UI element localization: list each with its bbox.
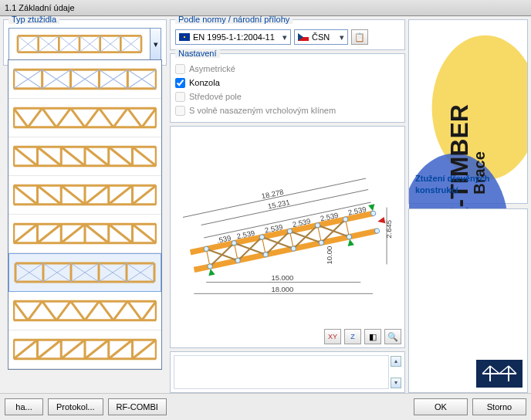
svg-line-64: [61, 147, 85, 166]
check-label: Konzola: [189, 78, 220, 87]
standard-value: EN 1995-1-1:2004-11: [193, 32, 275, 42]
clipboard-icon: 📋: [354, 32, 365, 42]
right-column: RX-TIMBER Brace Ztužení dřevěných konstr…: [408, 19, 528, 393]
brand-icon-panel: [408, 208, 528, 393]
svg-line-82: [133, 185, 157, 205]
brand-caption: Ztužení dřevěných konstrukcí: [412, 171, 530, 200]
scroll-up-icon[interactable]: ▴: [391, 356, 401, 367]
checkbox: [175, 64, 185, 74]
svg-line-128: [14, 301, 28, 320]
protokol-button[interactable]: Protokol...: [48, 398, 103, 415]
norm-row: EN 1995-1-1:2004-11 ▾ ČSN ▾ 📋: [175, 29, 400, 45]
svg-line-121: [42, 301, 56, 320]
svg-line-125: [99, 301, 113, 320]
check-konzola[interactable]: Konzola: [175, 76, 400, 90]
svg-line-190: [183, 178, 366, 217]
svg-line-50: [113, 108, 127, 127]
svg-line-94: [61, 224, 85, 243]
main-area: Typ ztužidla: [0, 16, 531, 393]
svg-line-80: [85, 185, 109, 205]
norm-group: Podle normy / národní přílohy EN 1995-1-…: [170, 19, 405, 50]
svg-line-63: [38, 147, 62, 166]
svg-line-62: [14, 147, 38, 166]
norm-settings-button[interactable]: 📋: [351, 29, 368, 45]
truss-type-dropdown[interactable]: ▾: [8, 28, 161, 60]
svg-line-120: [28, 301, 42, 320]
ha-button[interactable]: ha...: [5, 398, 43, 415]
svg-text:15.000: 15.000: [271, 273, 293, 282]
svg-line-122: [56, 301, 70, 320]
svg-line-78: [38, 185, 62, 205]
truss-option[interactable]: [8, 292, 161, 330]
check-label: S volně nasazeným vrcholovým klínem: [189, 106, 336, 115]
svg-text:18.000: 18.000: [271, 285, 293, 293]
annex-select[interactable]: ČSN ▾: [294, 29, 348, 45]
svg-line-45: [42, 108, 56, 127]
truss-option[interactable]: [8, 330, 161, 369]
zoom-button[interactable]: 🔍: [384, 329, 401, 344]
svg-text:10.00: 10.00: [325, 246, 333, 265]
svg-line-44: [28, 108, 42, 127]
svg-line-93: [38, 224, 62, 243]
settings-group-label: Nastavení: [175, 49, 220, 58]
truss-option[interactable]: [8, 137, 161, 176]
middle-column: Podle normy / národní přílohy EN 1995-1-…: [170, 19, 405, 393]
storno-button[interactable]: Storno: [472, 398, 526, 415]
truss-option[interactable]: [8, 253, 161, 292]
check-asymetricke: Asymetrické: [175, 62, 400, 76]
comment-textarea[interactable]: [174, 355, 389, 389]
diagram-toolbar: XY Z ◧ 🔍: [174, 329, 401, 344]
truss-option[interactable]: [8, 60, 161, 99]
footer: ha... Protokol... RF-COMBI OK Storno: [0, 393, 531, 420]
iso-icon: ◧: [369, 332, 377, 342]
dropdown-arrow-icon[interactable]: ▾: [150, 29, 161, 59]
svg-line-43: [14, 108, 28, 127]
svg-line-46: [56, 108, 70, 127]
svg-line-144: [133, 340, 157, 359]
checkbox: [175, 92, 185, 102]
zoom-icon: 🔍: [387, 332, 398, 342]
svg-line-126: [113, 301, 127, 320]
svg-line-142: [85, 340, 109, 359]
window-title: 1.1 Základní údaje: [5, 3, 75, 12]
comment-panel: ▴ ▾: [170, 351, 405, 393]
standard-select[interactable]: EN 1995-1-1:2004-11 ▾: [175, 29, 291, 45]
svg-line-77: [14, 185, 38, 205]
svg-line-51: [127, 108, 141, 127]
truss-option[interactable]: [8, 215, 161, 253]
norm-group-label: Podle normy / národní přílohy: [175, 16, 293, 24]
settings-group: Nastavení Asymetrické Konzola Středové p…: [170, 53, 405, 123]
svg-line-140: [38, 340, 62, 359]
svg-line-48: [85, 108, 99, 127]
svg-line-52: [142, 108, 156, 127]
truss-option[interactable]: [8, 176, 161, 215]
view-xy-button[interactable]: XY: [324, 329, 341, 344]
annex-value: ČSN: [312, 32, 330, 42]
view-z-button[interactable]: Z: [344, 329, 361, 344]
view-iso-button[interactable]: ◧: [364, 329, 381, 344]
scroll-down-icon[interactable]: ▾: [391, 378, 401, 388]
svg-line-49: [99, 108, 113, 127]
xy-icon: XY: [328, 333, 337, 340]
svg-line-124: [85, 301, 99, 320]
svg-line-95: [85, 224, 109, 243]
truss-option[interactable]: [8, 99, 161, 137]
svg-line-96: [109, 224, 133, 243]
scrollbar[interactable]: ▴ ▾: [389, 355, 401, 389]
truss-selected-thumb: [9, 30, 150, 58]
diagram-view[interactable]: .539 2.539 2.539 2.539 2.539 2.539 15.23…: [174, 130, 401, 326]
chevron-down-icon: ▾: [282, 32, 287, 42]
checkbox[interactable]: [175, 78, 185, 88]
svg-line-141: [61, 340, 85, 359]
eu-flag-icon: [179, 33, 190, 41]
check-label: Asymetrické: [189, 64, 235, 73]
ok-button[interactable]: OK: [414, 398, 468, 415]
svg-line-123: [71, 301, 85, 320]
svg-line-65: [85, 147, 109, 166]
truss-type-group: Typ ztužidla: [3, 19, 167, 66]
check-stredove-pole: Středové pole: [175, 90, 400, 103]
rf-combi-button[interactable]: RF-COMBI: [108, 398, 167, 415]
svg-line-127: [127, 301, 141, 320]
svg-line-97: [133, 224, 157, 243]
svg-line-81: [109, 185, 133, 205]
